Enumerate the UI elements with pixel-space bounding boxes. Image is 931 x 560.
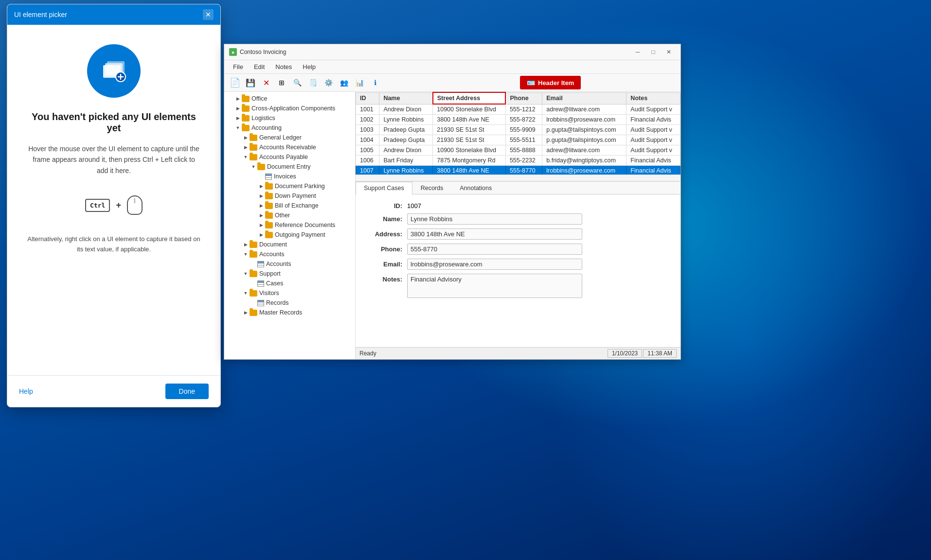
save-icon: 💾	[246, 78, 255, 88]
tree-panel: ▶ Office ▶ Cross-Application Components …	[224, 92, 356, 359]
minimize-button[interactable]: ─	[631, 47, 645, 57]
tree-toggle-accounts-payable: ▼	[242, 153, 250, 161]
tree-item-document[interactable]: ▶ Document	[224, 240, 355, 249]
toolbar-settings-button[interactable]: ⚙️	[322, 76, 335, 89]
toolbar-users-button[interactable]: 👥	[337, 76, 351, 89]
col-street-address[interactable]: Street Address	[433, 92, 506, 104]
tree-label-document-entry: Document Entry	[267, 163, 311, 170]
tree-folder-accounts-receivable	[250, 144, 257, 151]
tree-toggle-document-parking: ▶	[257, 182, 265, 190]
tree-table-icon-invoices	[265, 174, 272, 180]
window-title: Contoso Invoicing	[240, 49, 286, 55]
tree-item-accounts-payable[interactable]: ▼ Accounts Payable	[224, 152, 355, 162]
col-id[interactable]: ID	[356, 92, 379, 104]
toolbar-export-button[interactable]: 📊	[353, 76, 366, 89]
tree-item-records[interactable]: Records	[224, 298, 355, 308]
tree-toggle-document-entry: ▼	[250, 163, 257, 171]
tree-item-document-entry[interactable]: ▼ Document Entry	[224, 162, 355, 172]
table-row[interactable]: 1001Andrew Dixon10900 Stonelake Blvd555-…	[356, 104, 680, 115]
table-row[interactable]: 1002Lynne Robbins3800 148th Ave NE555-87…	[356, 115, 680, 125]
col-email[interactable]: Email	[542, 92, 627, 104]
toolbar-search-button[interactable]: 🔍	[290, 76, 304, 89]
form-input-email[interactable]	[407, 259, 582, 270]
picker-titlebar: UI element picker ✕	[7, 4, 220, 25]
mouse-icon	[127, 195, 143, 215]
tree-label-general-ledger: General Ledger	[259, 134, 302, 141]
status-date: 1/10/2023	[608, 349, 642, 358]
tree-item-accounting[interactable]: ▼ Accounting	[224, 123, 355, 133]
tree-item-visitors[interactable]: ▼ Visitors	[224, 288, 355, 298]
plus-sign: +	[116, 200, 121, 210]
tree-item-cases[interactable]: Cases	[224, 279, 355, 288]
tree-item-cross-app[interactable]: ▶ Cross-Application Components	[224, 104, 355, 113]
tree-item-logistics[interactable]: ▶ Logistics	[224, 113, 355, 123]
toolbar-info-button[interactable]: ℹ	[368, 76, 382, 89]
data-table-container: ID Name Street Address Phone Email Notes…	[356, 92, 680, 175]
col-name[interactable]: Name	[379, 92, 433, 104]
tree-item-down-payment[interactable]: ▶ Down Payment	[224, 191, 355, 201]
tree-item-accounts-table[interactable]: Accounts	[224, 259, 355, 269]
toolbar-save-button[interactable]: 💾	[244, 76, 257, 89]
col-phone[interactable]: Phone	[505, 92, 542, 104]
header-item-label: Header Item	[538, 79, 574, 87]
tree-item-document-parking[interactable]: ▶ Document Parking	[224, 181, 355, 191]
tree-item-reference-documents[interactable]: ▶ Reference Documents	[224, 220, 355, 230]
table-icon: ⊞	[279, 79, 285, 87]
tree-item-general-ledger[interactable]: ▶ General Ledger	[224, 133, 355, 142]
table-row[interactable]: 1003Pradeep Gupta21930 SE 51st St555-990…	[356, 125, 680, 135]
form-input-name[interactable]	[407, 213, 582, 225]
menu-file[interactable]: File	[228, 61, 248, 72]
toolbar-delete-button[interactable]: ✕	[259, 76, 273, 89]
tab-annotations[interactable]: Annotations	[451, 182, 500, 194]
tree-toggle-accounts-folder: ▼	[242, 250, 250, 258]
picker-close-button[interactable]: ✕	[203, 9, 214, 20]
tree-toggle-accounts-receivable: ▶	[242, 143, 250, 151]
tree-label-accounts-receivable: Accounts Receivable	[259, 144, 316, 151]
tree-item-support[interactable]: ▼ Support	[224, 269, 355, 279]
tree-item-outgoing-payment[interactable]: ▶ Outgoing Payment	[224, 230, 355, 240]
table-row[interactable]: 1005Andrew Dixon10900 Stonelake Blvd555-…	[356, 145, 680, 156]
table-row[interactable]: 1007Lynne Robbins3800 148th Ave NE555-87…	[356, 166, 680, 175]
tab-records[interactable]: Records	[412, 182, 452, 194]
done-button[interactable]: Done	[165, 384, 209, 399]
form-input-address[interactable]	[407, 228, 582, 240]
menu-edit[interactable]: Edit	[249, 61, 269, 72]
form-textarea-notes[interactable]	[407, 274, 582, 298]
table-row[interactable]: 1004Pradeep Gupta21930 SE 51st St555-551…	[356, 135, 680, 145]
help-button[interactable]: Help	[19, 387, 33, 395]
tree-item-bill-of-exchange[interactable]: ▶ Bill of Exchange	[224, 201, 355, 210]
tree-item-office[interactable]: ▶ Office	[224, 94, 355, 104]
toolbar-new-button[interactable]: 📄	[228, 76, 242, 89]
tree-toggle-support: ▼	[242, 270, 250, 278]
col-notes[interactable]: Notes	[627, 92, 680, 104]
menu-notes[interactable]: Notes	[270, 61, 297, 72]
table-row[interactable]: 1006Bart Friday7875 Montgomery Rd555-223…	[356, 156, 680, 166]
tree-folder-accounts-folder	[250, 251, 257, 258]
users-icon: 👥	[340, 79, 348, 87]
tree-folder-document-parking	[265, 183, 273, 190]
window-close-button[interactable]: ✕	[662, 47, 676, 57]
tree-item-invoices[interactable]: Invoices	[224, 172, 355, 181]
tree-item-accounts-receivable[interactable]: ▶ Accounts Receivable	[224, 142, 355, 152]
tree-folder-general-ledger	[250, 135, 257, 141]
toolbar-note-button[interactable]: 🗒️	[306, 76, 320, 89]
tree-folder-accounting	[242, 125, 250, 131]
tree-label-down-payment: Down Payment	[275, 192, 316, 199]
form-label-notes: Notes:	[363, 274, 407, 283]
settings-icon: ⚙️	[324, 79, 333, 87]
form-input-phone[interactable]	[407, 244, 582, 255]
horizontal-scrollbar[interactable]	[356, 175, 680, 181]
maximize-button[interactable]: □	[646, 47, 660, 57]
toolbar-table-button[interactable]: ⊞	[275, 76, 288, 89]
menu-help[interactable]: Help	[298, 61, 321, 72]
tree-item-accounts-folder[interactable]: ▼ Accounts	[224, 249, 355, 259]
tree-label-accounts-payable: Accounts Payable	[259, 154, 308, 160]
tree-label-bill-of-exchange: Bill of Exchange	[275, 202, 319, 209]
tree-folder-down-payment	[265, 193, 273, 199]
status-time: 11:38 AM	[643, 349, 677, 358]
tree-item-other[interactable]: ▶ Other	[224, 210, 355, 220]
detail-form: ID: 1007 Name: Address: Phone: Email:	[356, 194, 680, 347]
tree-item-master-records[interactable]: ▶ Master Records	[224, 308, 355, 317]
tree-label-accounts-folder: Accounts	[259, 251, 284, 258]
tab-support-cases[interactable]: Support Cases	[356, 182, 412, 194]
